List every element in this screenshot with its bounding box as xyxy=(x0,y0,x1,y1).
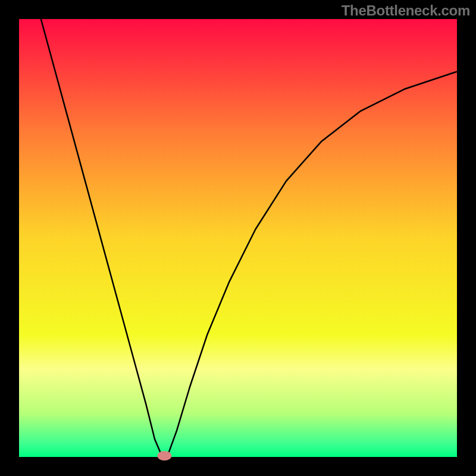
watermark-text: TheBottleneck.com xyxy=(342,2,470,19)
plot-background xyxy=(19,19,457,457)
optimal-point-marker xyxy=(157,451,171,461)
chart-container: TheBottleneck.com xyxy=(0,0,476,476)
bottleneck-chart xyxy=(0,0,476,476)
